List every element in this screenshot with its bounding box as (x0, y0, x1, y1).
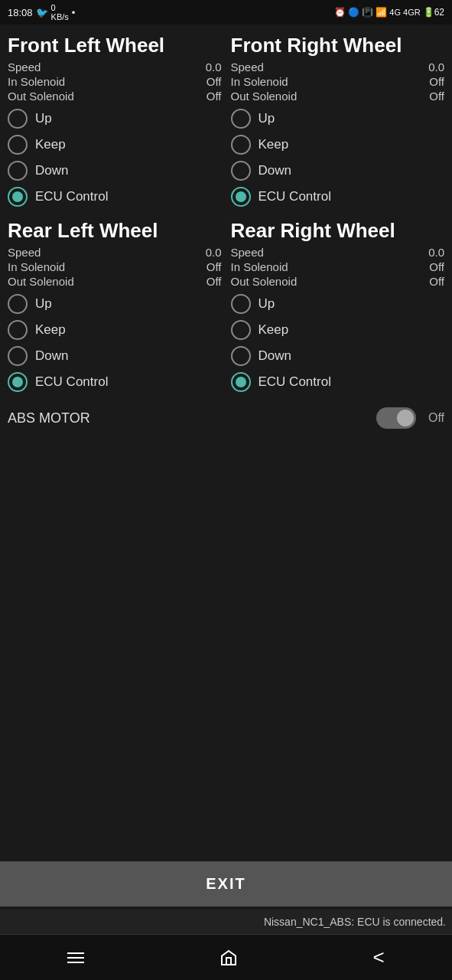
front-right-in-solenoid-row: In Solenoid Off (231, 75, 445, 88)
front-right-out-solenoid-row: Out Solenoid Off (231, 90, 445, 103)
front-left-out-solenoid-row: Out Solenoid Off (8, 90, 222, 103)
front-right-title: Front Right Wheel (231, 34, 445, 57)
rear-left-keep[interactable]: Keep (8, 320, 222, 340)
rear-right-down[interactable]: Down (231, 346, 445, 366)
menu-icon (67, 952, 84, 963)
front-left-down-radio[interactable] (8, 161, 28, 181)
front-left-keep[interactable]: Keep (8, 135, 222, 155)
abs-motor-value: Off (428, 411, 444, 425)
back-button[interactable]: < (365, 938, 392, 977)
front-left-ecu-radio[interactable] (8, 187, 28, 207)
rear-left-up[interactable]: Up (8, 294, 222, 314)
front-left-radio-group: Up Keep Down ECU Control (8, 109, 222, 207)
front-left-keep-radio[interactable] (8, 135, 28, 155)
front-right-up[interactable]: Up (231, 109, 445, 129)
front-right-down[interactable]: Down (231, 161, 445, 181)
back-icon: < (372, 946, 384, 969)
front-left-speed-row: Speed 0.0 (8, 60, 222, 74)
status-bar: 18:08 🐦 0KB/s • ⏰ 🔵 📳 📶 4G 4GR 🔋62 (0, 0, 452, 24)
rear-left-ecu-radio[interactable] (8, 372, 28, 392)
rear-right-in-solenoid-row: In Solenoid Off (231, 260, 445, 273)
rear-left-radio-group: Up Keep Down ECU Control (8, 294, 222, 392)
status-icons: ⏰ 🔵 📳 📶 4G 4GR 🔋62 (334, 7, 444, 18)
rear-right-ecu-control[interactable]: ECU Control (231, 372, 445, 392)
abs-motor-label: ABS MOTOR (8, 410, 369, 426)
rear-left-title: Rear Left Wheel (8, 219, 222, 243)
rear-left-keep-radio[interactable] (8, 320, 28, 340)
rear-right-keep[interactable]: Keep (231, 320, 445, 340)
toggle-knob (397, 410, 414, 426)
rear-left-down-radio[interactable] (8, 346, 28, 366)
rear-left-up-radio[interactable] (8, 294, 28, 314)
rear-left-speed-row: Speed 0.0 (8, 246, 222, 259)
front-left-up[interactable]: Up (8, 109, 222, 129)
rear-left-section: Rear Left Wheel Speed 0.0 In Solenoid Of… (3, 216, 226, 401)
rear-right-up-radio[interactable] (231, 294, 251, 314)
rear-left-down[interactable]: Down (8, 346, 222, 366)
rear-right-speed-row: Speed 0.0 (231, 246, 445, 259)
bottom-nav: < (0, 934, 452, 980)
front-left-ecu-control[interactable]: ECU Control (8, 187, 222, 207)
menu-button[interactable] (60, 945, 92, 971)
front-right-keep[interactable]: Keep (231, 135, 445, 155)
rear-right-ecu-radio[interactable] (231, 372, 251, 392)
rear-right-keep-radio[interactable] (231, 320, 251, 340)
rear-right-down-radio[interactable] (231, 346, 251, 366)
rear-left-ecu-control[interactable]: ECU Control (8, 372, 222, 392)
home-icon (219, 949, 238, 967)
exit-button[interactable]: EXIT (0, 861, 452, 906)
front-left-in-solenoid-row: In Solenoid Off (8, 75, 222, 88)
home-button[interactable] (212, 941, 246, 975)
rear-right-radio-group: Up Keep Down ECU Control (231, 294, 445, 392)
rear-right-title: Rear Right Wheel (231, 219, 445, 243)
main-content: Front Left Wheel Speed 0.0 In Solenoid O… (0, 24, 452, 855)
front-left-section: Front Left Wheel Speed 0.0 In Solenoid O… (3, 31, 226, 216)
front-right-down-radio[interactable] (231, 161, 251, 181)
front-right-speed-row: Speed 0.0 (231, 60, 445, 74)
front-right-ecu-radio[interactable] (231, 187, 251, 207)
front-left-down[interactable]: Down (8, 161, 222, 181)
status-message: Nissan_NC1_ABS: ECU is connected. (0, 910, 452, 934)
rear-right-out-solenoid-row: Out Solenoid Off (231, 275, 445, 288)
rear-right-up[interactable]: Up (231, 294, 445, 314)
front-right-section: Front Right Wheel Speed 0.0 In Solenoid … (226, 31, 450, 216)
abs-motor-toggle[interactable] (376, 407, 416, 429)
front-right-keep-radio[interactable] (231, 135, 251, 155)
front-right-ecu-control[interactable]: ECU Control (231, 187, 445, 207)
abs-motor-row: ABS MOTOR Off (3, 401, 449, 435)
rear-right-section: Rear Right Wheel Speed 0.0 In Solenoid O… (226, 216, 450, 401)
rear-left-out-solenoid-row: Out Solenoid Off (8, 275, 222, 288)
front-right-radio-group: Up Keep Down ECU Control (231, 109, 445, 207)
wheel-grid: Front Left Wheel Speed 0.0 In Solenoid O… (3, 31, 449, 401)
status-time: 18:08 🐦 0KB/s • (8, 3, 75, 21)
front-right-up-radio[interactable] (231, 109, 251, 129)
front-left-title: Front Left Wheel (8, 34, 222, 57)
rear-left-in-solenoid-row: In Solenoid Off (8, 260, 222, 273)
front-left-up-radio[interactable] (8, 109, 28, 129)
exit-button-container: EXIT (0, 855, 452, 910)
